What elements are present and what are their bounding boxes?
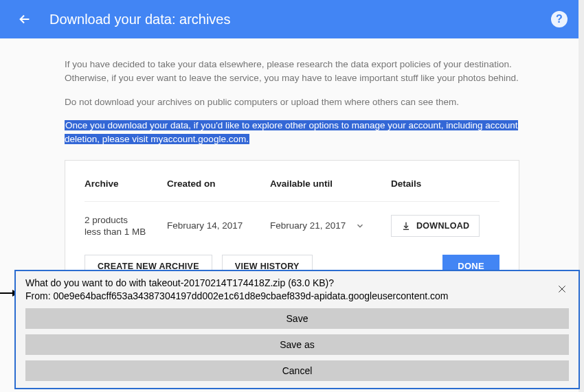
archive-cell: 2 products less than 1 MB <box>85 214 167 238</box>
back-arrow-icon[interactable] <box>16 11 33 27</box>
app-header: Download your data: archives ? <box>0 0 584 38</box>
col-header-archive: Archive <box>85 177 167 191</box>
page-title: Download your data: archives <box>49 12 551 27</box>
content-area: If you have decided to take your data el… <box>0 38 584 291</box>
download-icon <box>401 221 411 231</box>
created-cell: February 14, 2017 <box>167 219 270 233</box>
download-button[interactable]: DOWNLOAD <box>391 215 480 237</box>
col-header-details: Details <box>391 177 439 191</box>
help-icon[interactable]: ? <box>551 11 568 27</box>
archive-products: 2 products <box>85 214 167 227</box>
dialog-from-line: From: 00e9e64bacff653a34387304197dd002e1… <box>25 290 555 303</box>
col-header-available: Available until <box>270 177 391 191</box>
dialog-prompt-line: What do you want to do with takeout-2017… <box>25 277 555 290</box>
close-icon[interactable] <box>555 282 569 299</box>
download-label: DOWNLOAD <box>416 221 469 231</box>
intro-para-2: Do not download your archives on public … <box>65 95 519 109</box>
col-header-created: Created on <box>167 177 270 191</box>
dialog-buttons: Save Save as Cancel <box>25 308 569 381</box>
intro-para-1: If you have decided to take your data el… <box>65 58 519 86</box>
save-as-button[interactable]: Save as <box>25 334 569 355</box>
save-button[interactable]: Save <box>25 308 569 329</box>
table-header-row: Archive Created on Available until Detai… <box>85 177 499 201</box>
download-dialog: What do you want to do with takeout-2017… <box>14 270 580 389</box>
dialog-header: What do you want to do with takeout-2017… <box>25 277 569 303</box>
available-date: February 21, 2017 <box>270 219 346 233</box>
table-row: 2 products less than 1 MB February 14, 2… <box>85 202 499 251</box>
archive-size: less than 1 MB <box>85 226 167 238</box>
dialog-message: What do you want to do with takeout-2017… <box>25 277 555 303</box>
chevron-down-icon[interactable] <box>355 221 365 231</box>
details-cell: DOWNLOAD <box>391 215 487 237</box>
intro-para-3: Once you download your data, if you'd li… <box>65 119 519 147</box>
highlighted-text: Once you download your data, if you'd li… <box>65 120 518 144</box>
cancel-button[interactable]: Cancel <box>25 360 569 381</box>
available-cell: February 21, 2017 <box>270 219 391 233</box>
